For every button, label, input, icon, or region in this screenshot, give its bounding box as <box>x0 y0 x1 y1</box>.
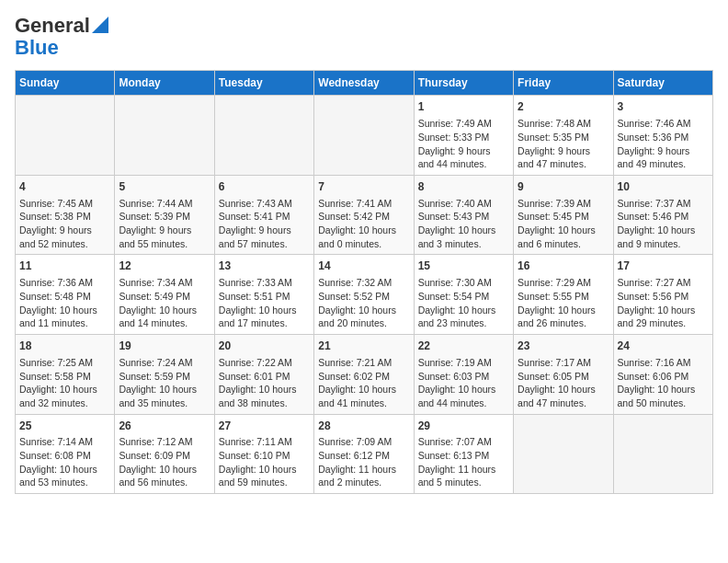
day-info: Sunrise: 7:48 AM Sunset: 5:35 PM Dayligh… <box>518 117 609 171</box>
day-info: Sunrise: 7:37 AM Sunset: 5:46 PM Dayligh… <box>618 197 709 251</box>
calendar-cell: 2Sunrise: 7:48 AM Sunset: 5:35 PM Daylig… <box>514 96 613 176</box>
calendar-cell: 1Sunrise: 7:49 AM Sunset: 5:33 PM Daylig… <box>414 96 513 176</box>
calendar-cell: 14Sunrise: 7:32 AM Sunset: 5:52 PM Dayli… <box>314 255 414 335</box>
day-info: Sunrise: 7:25 AM Sunset: 5:58 PM Dayligh… <box>19 356 110 410</box>
day-info: Sunrise: 7:46 AM Sunset: 5:36 PM Dayligh… <box>618 117 709 171</box>
calendar-cell <box>115 96 214 176</box>
day-info: Sunrise: 7:40 AM Sunset: 5:43 PM Dayligh… <box>418 197 509 251</box>
day-number: 18 <box>19 339 110 354</box>
calendar-cell <box>214 96 313 176</box>
day-number: 13 <box>219 259 310 274</box>
calendar-cell: 10Sunrise: 7:37 AM Sunset: 5:46 PM Dayli… <box>613 175 712 255</box>
logo-arrow-icon <box>92 17 108 33</box>
day-number: 12 <box>119 259 210 274</box>
day-info: Sunrise: 7:30 AM Sunset: 5:54 PM Dayligh… <box>418 276 509 330</box>
calendar-cell: 28Sunrise: 7:09 AM Sunset: 6:12 PM Dayli… <box>314 414 414 494</box>
calendar-cell: 6Sunrise: 7:43 AM Sunset: 5:41 PM Daylig… <box>214 175 313 255</box>
calendar-cell: 8Sunrise: 7:40 AM Sunset: 5:43 PM Daylig… <box>414 175 513 255</box>
day-number: 14 <box>318 259 409 274</box>
day-number: 24 <box>618 339 709 354</box>
day-info: Sunrise: 7:24 AM Sunset: 5:59 PM Dayligh… <box>119 356 210 410</box>
week-row-3: 11Sunrise: 7:36 AM Sunset: 5:48 PM Dayli… <box>16 255 713 335</box>
day-number: 11 <box>19 259 110 274</box>
calendar-cell <box>613 414 712 494</box>
day-number: 6 <box>219 179 310 195</box>
day-info: Sunrise: 7:16 AM Sunset: 6:06 PM Dayligh… <box>618 356 709 410</box>
day-info: Sunrise: 7:19 AM Sunset: 6:03 PM Dayligh… <box>418 356 509 410</box>
day-info: Sunrise: 7:22 AM Sunset: 6:01 PM Dayligh… <box>219 356 310 410</box>
day-number: 26 <box>119 419 210 434</box>
calendar-cell: 15Sunrise: 7:30 AM Sunset: 5:54 PM Dayli… <box>414 255 513 335</box>
calendar-cell: 25Sunrise: 7:14 AM Sunset: 6:08 PM Dayli… <box>16 414 115 494</box>
day-number: 22 <box>418 339 509 354</box>
day-number: 23 <box>518 339 609 354</box>
day-info: Sunrise: 7:27 AM Sunset: 5:56 PM Dayligh… <box>618 276 709 330</box>
logo-blue: Blue <box>15 36 59 59</box>
day-number: 8 <box>418 179 509 195</box>
day-number: 15 <box>418 259 509 274</box>
day-info: Sunrise: 7:21 AM Sunset: 6:02 PM Dayligh… <box>318 356 409 410</box>
day-info: Sunrise: 7:39 AM Sunset: 5:45 PM Dayligh… <box>518 197 609 251</box>
calendar-cell: 19Sunrise: 7:24 AM Sunset: 5:59 PM Dayli… <box>115 335 214 415</box>
day-info: Sunrise: 7:49 AM Sunset: 5:33 PM Dayligh… <box>418 117 509 171</box>
day-number: 7 <box>318 179 409 195</box>
day-number: 16 <box>518 259 609 274</box>
day-number: 3 <box>618 99 709 115</box>
day-number: 25 <box>19 419 110 434</box>
calendar-cell: 27Sunrise: 7:11 AM Sunset: 6:10 PM Dayli… <box>214 414 313 494</box>
day-number: 5 <box>119 179 210 195</box>
calendar-cell: 9Sunrise: 7:39 AM Sunset: 5:45 PM Daylig… <box>514 175 613 255</box>
week-row-4: 18Sunrise: 7:25 AM Sunset: 5:58 PM Dayli… <box>16 335 713 415</box>
calendar-cell <box>514 414 613 494</box>
day-info: Sunrise: 7:12 AM Sunset: 6:09 PM Dayligh… <box>119 435 210 489</box>
week-row-5: 25Sunrise: 7:14 AM Sunset: 6:08 PM Dayli… <box>16 414 713 494</box>
weekday-header-tuesday: Tuesday <box>214 71 313 96</box>
day-info: Sunrise: 7:14 AM Sunset: 6:08 PM Dayligh… <box>19 435 110 489</box>
calendar-cell <box>16 96 115 176</box>
calendar-cell: 29Sunrise: 7:07 AM Sunset: 6:13 PM Dayli… <box>414 414 513 494</box>
logo-general: General <box>15 15 90 37</box>
calendar-cell: 21Sunrise: 7:21 AM Sunset: 6:02 PM Dayli… <box>314 335 414 415</box>
day-number: 4 <box>19 179 110 195</box>
day-info: Sunrise: 7:41 AM Sunset: 5:42 PM Dayligh… <box>318 197 409 251</box>
day-info: Sunrise: 7:43 AM Sunset: 5:41 PM Dayligh… <box>219 197 310 251</box>
week-row-1: 1Sunrise: 7:49 AM Sunset: 5:33 PM Daylig… <box>16 96 713 176</box>
calendar-cell: 17Sunrise: 7:27 AM Sunset: 5:56 PM Dayli… <box>613 255 712 335</box>
calendar-cell <box>314 96 414 176</box>
calendar-cell: 11Sunrise: 7:36 AM Sunset: 5:48 PM Dayli… <box>16 255 115 335</box>
calendar-table: SundayMondayTuesdayWednesdayThursdayFrid… <box>15 70 713 494</box>
day-info: Sunrise: 7:36 AM Sunset: 5:48 PM Dayligh… <box>19 276 110 330</box>
day-number: 27 <box>219 419 310 434</box>
calendar-cell: 26Sunrise: 7:12 AM Sunset: 6:09 PM Dayli… <box>115 414 214 494</box>
weekday-header-thursday: Thursday <box>414 71 513 96</box>
day-info: Sunrise: 7:32 AM Sunset: 5:52 PM Dayligh… <box>318 276 409 330</box>
week-row-2: 4Sunrise: 7:45 AM Sunset: 5:38 PM Daylig… <box>16 175 713 255</box>
day-info: Sunrise: 7:07 AM Sunset: 6:13 PM Dayligh… <box>418 435 509 489</box>
day-number: 29 <box>418 419 509 434</box>
weekday-header-row: SundayMondayTuesdayWednesdayThursdayFrid… <box>16 71 713 96</box>
calendar-cell: 16Sunrise: 7:29 AM Sunset: 5:55 PM Dayli… <box>514 255 613 335</box>
day-number: 28 <box>318 419 409 434</box>
calendar-cell: 22Sunrise: 7:19 AM Sunset: 6:03 PM Dayli… <box>414 335 513 415</box>
weekday-header-saturday: Saturday <box>613 71 712 96</box>
calendar-cell: 20Sunrise: 7:22 AM Sunset: 6:01 PM Dayli… <box>214 335 313 415</box>
logo: General Blue <box>15 15 108 59</box>
calendar-cell: 4Sunrise: 7:45 AM Sunset: 5:38 PM Daylig… <box>16 175 115 255</box>
day-info: Sunrise: 7:11 AM Sunset: 6:10 PM Dayligh… <box>219 435 310 489</box>
day-number: 17 <box>618 259 709 274</box>
calendar-cell: 7Sunrise: 7:41 AM Sunset: 5:42 PM Daylig… <box>314 175 414 255</box>
svg-marker-0 <box>92 17 108 33</box>
page-header: General Blue <box>15 15 713 59</box>
day-number: 10 <box>618 179 709 195</box>
day-info: Sunrise: 7:29 AM Sunset: 5:55 PM Dayligh… <box>518 276 609 330</box>
day-number: 20 <box>219 339 310 354</box>
day-info: Sunrise: 7:45 AM Sunset: 5:38 PM Dayligh… <box>19 197 110 251</box>
day-info: Sunrise: 7:33 AM Sunset: 5:51 PM Dayligh… <box>219 276 310 330</box>
weekday-header-friday: Friday <box>514 71 613 96</box>
day-number: 19 <box>119 339 210 354</box>
day-number: 21 <box>318 339 409 354</box>
weekday-header-monday: Monday <box>115 71 214 96</box>
day-number: 1 <box>418 99 509 115</box>
calendar-cell: 24Sunrise: 7:16 AM Sunset: 6:06 PM Dayli… <box>613 335 712 415</box>
weekday-header-sunday: Sunday <box>16 71 115 96</box>
